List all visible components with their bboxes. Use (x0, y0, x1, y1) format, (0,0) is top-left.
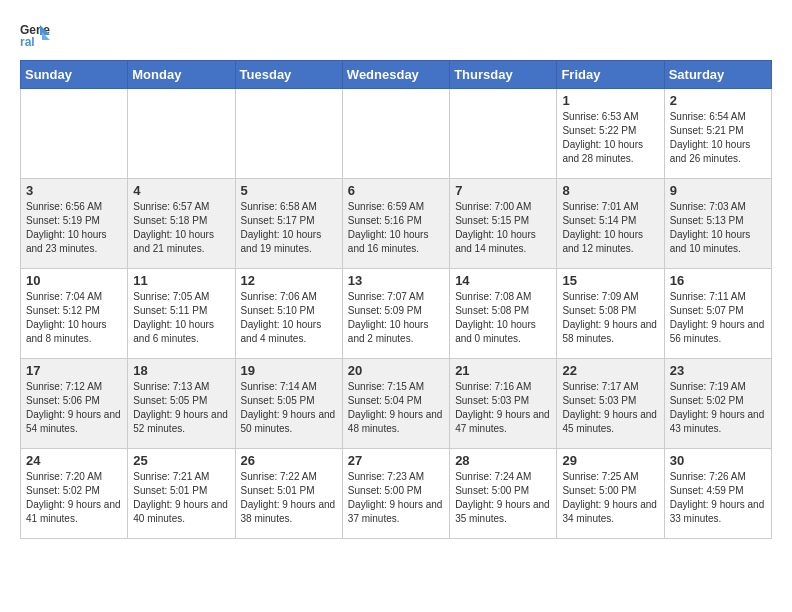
calendar-cell: 11Sunrise: 7:05 AM Sunset: 5:11 PM Dayli… (128, 269, 235, 359)
svg-text:ral: ral (20, 35, 35, 49)
calendar-cell: 18Sunrise: 7:13 AM Sunset: 5:05 PM Dayli… (128, 359, 235, 449)
calendar-week-row: 24Sunrise: 7:20 AM Sunset: 5:02 PM Dayli… (21, 449, 772, 539)
weekday-header-sunday: Sunday (21, 61, 128, 89)
day-number: 6 (348, 183, 444, 198)
day-info: Sunrise: 7:07 AM Sunset: 5:09 PM Dayligh… (348, 290, 444, 346)
day-info: Sunrise: 7:00 AM Sunset: 5:15 PM Dayligh… (455, 200, 551, 256)
day-info: Sunrise: 7:13 AM Sunset: 5:05 PM Dayligh… (133, 380, 229, 436)
logo-icon: Gene ral (20, 20, 50, 50)
day-number: 29 (562, 453, 658, 468)
day-info: Sunrise: 7:26 AM Sunset: 4:59 PM Dayligh… (670, 470, 766, 526)
calendar-table: SundayMondayTuesdayWednesdayThursdayFrid… (20, 60, 772, 539)
calendar-cell: 17Sunrise: 7:12 AM Sunset: 5:06 PM Dayli… (21, 359, 128, 449)
day-info: Sunrise: 7:17 AM Sunset: 5:03 PM Dayligh… (562, 380, 658, 436)
calendar-cell: 5Sunrise: 6:58 AM Sunset: 5:17 PM Daylig… (235, 179, 342, 269)
day-info: Sunrise: 7:08 AM Sunset: 5:08 PM Dayligh… (455, 290, 551, 346)
calendar-cell: 25Sunrise: 7:21 AM Sunset: 5:01 PM Dayli… (128, 449, 235, 539)
calendar-cell: 9Sunrise: 7:03 AM Sunset: 5:13 PM Daylig… (664, 179, 771, 269)
calendar-cell: 15Sunrise: 7:09 AM Sunset: 5:08 PM Dayli… (557, 269, 664, 359)
day-number: 20 (348, 363, 444, 378)
day-info: Sunrise: 7:05 AM Sunset: 5:11 PM Dayligh… (133, 290, 229, 346)
calendar-cell (342, 89, 449, 179)
day-info: Sunrise: 7:22 AM Sunset: 5:01 PM Dayligh… (241, 470, 337, 526)
calendar-cell: 26Sunrise: 7:22 AM Sunset: 5:01 PM Dayli… (235, 449, 342, 539)
day-number: 21 (455, 363, 551, 378)
day-number: 13 (348, 273, 444, 288)
day-info: Sunrise: 7:03 AM Sunset: 5:13 PM Dayligh… (670, 200, 766, 256)
day-info: Sunrise: 7:14 AM Sunset: 5:05 PM Dayligh… (241, 380, 337, 436)
calendar-cell: 2Sunrise: 6:54 AM Sunset: 5:21 PM Daylig… (664, 89, 771, 179)
day-number: 28 (455, 453, 551, 468)
calendar-cell: 12Sunrise: 7:06 AM Sunset: 5:10 PM Dayli… (235, 269, 342, 359)
calendar-body: 1Sunrise: 6:53 AM Sunset: 5:22 PM Daylig… (21, 89, 772, 539)
calendar-cell: 22Sunrise: 7:17 AM Sunset: 5:03 PM Dayli… (557, 359, 664, 449)
day-info: Sunrise: 6:54 AM Sunset: 5:21 PM Dayligh… (670, 110, 766, 166)
day-number: 24 (26, 453, 122, 468)
calendar-cell (128, 89, 235, 179)
day-info: Sunrise: 7:16 AM Sunset: 5:03 PM Dayligh… (455, 380, 551, 436)
day-info: Sunrise: 7:12 AM Sunset: 5:06 PM Dayligh… (26, 380, 122, 436)
day-number: 7 (455, 183, 551, 198)
day-number: 25 (133, 453, 229, 468)
weekday-header-friday: Friday (557, 61, 664, 89)
calendar-cell: 8Sunrise: 7:01 AM Sunset: 5:14 PM Daylig… (557, 179, 664, 269)
weekday-header-saturday: Saturday (664, 61, 771, 89)
day-number: 8 (562, 183, 658, 198)
day-info: Sunrise: 7:15 AM Sunset: 5:04 PM Dayligh… (348, 380, 444, 436)
calendar-cell: 19Sunrise: 7:14 AM Sunset: 5:05 PM Dayli… (235, 359, 342, 449)
day-info: Sunrise: 7:06 AM Sunset: 5:10 PM Dayligh… (241, 290, 337, 346)
day-info: Sunrise: 6:56 AM Sunset: 5:19 PM Dayligh… (26, 200, 122, 256)
weekday-header-row: SundayMondayTuesdayWednesdayThursdayFrid… (21, 61, 772, 89)
day-number: 30 (670, 453, 766, 468)
day-info: Sunrise: 7:24 AM Sunset: 5:00 PM Dayligh… (455, 470, 551, 526)
header: Gene ral (20, 20, 772, 50)
day-number: 5 (241, 183, 337, 198)
day-number: 9 (670, 183, 766, 198)
day-number: 1 (562, 93, 658, 108)
day-number: 19 (241, 363, 337, 378)
day-info: Sunrise: 6:57 AM Sunset: 5:18 PM Dayligh… (133, 200, 229, 256)
day-info: Sunrise: 7:23 AM Sunset: 5:00 PM Dayligh… (348, 470, 444, 526)
calendar-cell: 24Sunrise: 7:20 AM Sunset: 5:02 PM Dayli… (21, 449, 128, 539)
day-number: 10 (26, 273, 122, 288)
calendar-cell: 20Sunrise: 7:15 AM Sunset: 5:04 PM Dayli… (342, 359, 449, 449)
day-number: 27 (348, 453, 444, 468)
day-info: Sunrise: 7:19 AM Sunset: 5:02 PM Dayligh… (670, 380, 766, 436)
calendar-cell: 4Sunrise: 6:57 AM Sunset: 5:18 PM Daylig… (128, 179, 235, 269)
weekday-header-thursday: Thursday (450, 61, 557, 89)
day-number: 18 (133, 363, 229, 378)
day-number: 4 (133, 183, 229, 198)
day-info: Sunrise: 6:58 AM Sunset: 5:17 PM Dayligh… (241, 200, 337, 256)
calendar-cell: 6Sunrise: 6:59 AM Sunset: 5:16 PM Daylig… (342, 179, 449, 269)
day-info: Sunrise: 7:25 AM Sunset: 5:00 PM Dayligh… (562, 470, 658, 526)
calendar-cell: 14Sunrise: 7:08 AM Sunset: 5:08 PM Dayli… (450, 269, 557, 359)
day-number: 22 (562, 363, 658, 378)
calendar-week-row: 3Sunrise: 6:56 AM Sunset: 5:19 PM Daylig… (21, 179, 772, 269)
calendar-cell (21, 89, 128, 179)
calendar-cell: 7Sunrise: 7:00 AM Sunset: 5:15 PM Daylig… (450, 179, 557, 269)
calendar-week-row: 17Sunrise: 7:12 AM Sunset: 5:06 PM Dayli… (21, 359, 772, 449)
day-number: 23 (670, 363, 766, 378)
calendar-header: SundayMondayTuesdayWednesdayThursdayFrid… (21, 61, 772, 89)
calendar-cell: 28Sunrise: 7:24 AM Sunset: 5:00 PM Dayli… (450, 449, 557, 539)
day-number: 16 (670, 273, 766, 288)
calendar-cell: 30Sunrise: 7:26 AM Sunset: 4:59 PM Dayli… (664, 449, 771, 539)
day-info: Sunrise: 7:09 AM Sunset: 5:08 PM Dayligh… (562, 290, 658, 346)
calendar-cell: 3Sunrise: 6:56 AM Sunset: 5:19 PM Daylig… (21, 179, 128, 269)
calendar-cell: 21Sunrise: 7:16 AM Sunset: 5:03 PM Dayli… (450, 359, 557, 449)
day-number: 12 (241, 273, 337, 288)
calendar-cell: 1Sunrise: 6:53 AM Sunset: 5:22 PM Daylig… (557, 89, 664, 179)
calendar-cell (450, 89, 557, 179)
day-info: Sunrise: 7:04 AM Sunset: 5:12 PM Dayligh… (26, 290, 122, 346)
calendar-cell: 13Sunrise: 7:07 AM Sunset: 5:09 PM Dayli… (342, 269, 449, 359)
calendar-cell: 23Sunrise: 7:19 AM Sunset: 5:02 PM Dayli… (664, 359, 771, 449)
day-info: Sunrise: 6:59 AM Sunset: 5:16 PM Dayligh… (348, 200, 444, 256)
calendar-week-row: 1Sunrise: 6:53 AM Sunset: 5:22 PM Daylig… (21, 89, 772, 179)
day-number: 14 (455, 273, 551, 288)
day-number: 11 (133, 273, 229, 288)
calendar-cell: 29Sunrise: 7:25 AM Sunset: 5:00 PM Dayli… (557, 449, 664, 539)
day-number: 26 (241, 453, 337, 468)
weekday-header-tuesday: Tuesday (235, 61, 342, 89)
calendar-cell: 10Sunrise: 7:04 AM Sunset: 5:12 PM Dayli… (21, 269, 128, 359)
day-info: Sunrise: 7:11 AM Sunset: 5:07 PM Dayligh… (670, 290, 766, 346)
